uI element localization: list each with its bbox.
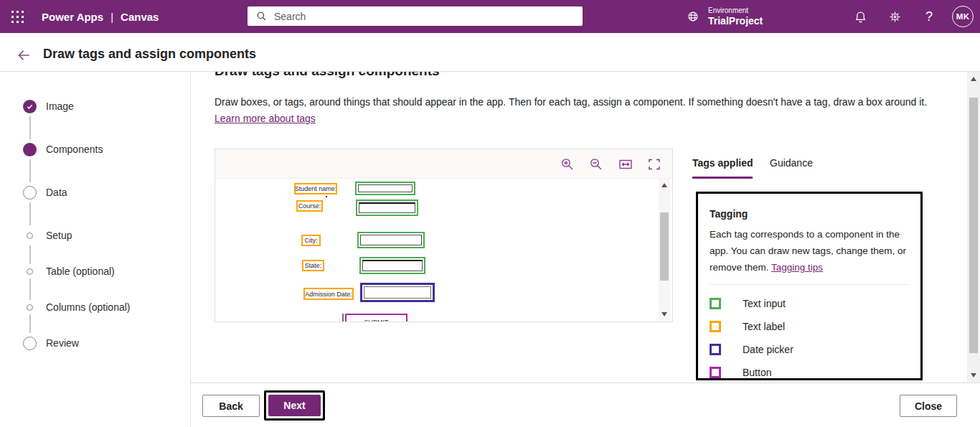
step-label: Review	[46, 337, 79, 349]
step-upcoming-icon	[23, 337, 37, 350]
fit-width-button[interactable]	[618, 157, 633, 172]
zoom-in-button[interactable]	[560, 157, 575, 172]
tag-text-input-student-name[interactable]	[355, 182, 415, 195]
legend-label: Date picker	[743, 344, 793, 355]
brand-section: Canvas	[121, 11, 159, 23]
page-vertical-scrollbar[interactable]	[967, 72, 980, 383]
canvas-image-viewport	[215, 179, 672, 322]
step-label: Components	[46, 144, 103, 155]
step-label: Table (optional)	[46, 266, 115, 277]
help-button[interactable]: ?	[916, 0, 942, 33]
step-completed-icon	[23, 100, 37, 113]
page-scrollbar-thumb[interactable]	[969, 98, 978, 353]
account-avatar[interactable]: MK	[952, 6, 974, 27]
stepper-connector	[29, 245, 31, 264]
environment-globe-icon	[687, 10, 699, 23]
step-upcoming-small-icon	[27, 304, 33, 311]
legend-item-text-label: Text label	[710, 315, 909, 338]
scrolled-heading-clipped: Draw tags and assign components	[215, 72, 717, 80]
back-button[interactable]: Back	[202, 395, 260, 417]
gear-icon	[888, 10, 902, 24]
tagging-tips-link[interactable]: Tagging tips	[771, 262, 823, 273]
callout-body: Each tag corresponds to a component in t…	[710, 226, 909, 276]
wizard-stepper-sidebar: Image Components Data Setup Table (optio…	[0, 72, 191, 427]
tag-text-label-course[interactable]: Course:	[296, 200, 323, 212]
top-app-bar: Power Apps | Canvas Environment TrialPro…	[0, 0, 980, 33]
tag-text-input-city[interactable]	[357, 232, 425, 248]
tab-guidance[interactable]: Guidance	[770, 157, 813, 169]
fit-screen-button[interactable]	[647, 157, 661, 172]
tag-date-picker-admission-date[interactable]	[360, 283, 435, 302]
legend-item-button: Button	[710, 361, 909, 384]
content-heading: Draw tags and assign components	[215, 72, 717, 79]
active-tab-indicator	[692, 177, 753, 179]
avatar-initials: MK	[956, 12, 970, 21]
tagging-teaching-callout: Tagging Each tag corresponds to a compon…	[696, 192, 923, 380]
scroll-up-arrow-icon[interactable]	[661, 183, 667, 187]
search-input[interactable]	[274, 11, 561, 22]
image-input-rect	[362, 260, 423, 271]
stepper-connector	[29, 116, 31, 139]
zoom-out-button[interactable]	[589, 157, 603, 172]
search-icon	[256, 11, 267, 22]
legend-label: Text input	[743, 298, 786, 309]
brand-name: Power Apps	[42, 11, 103, 23]
notifications-button[interactable]	[847, 0, 873, 33]
tag-button-submit[interactable]: SUBMIT	[345, 314, 407, 322]
tag-text-input-state[interactable]	[359, 257, 425, 274]
image-input-rect	[359, 202, 415, 213]
app-launcher-button[interactable]	[0, 0, 34, 33]
tag-text-label-admission-date[interactable]: Admission Date:	[303, 288, 354, 300]
form-label: City:	[305, 237, 318, 244]
back-arrow-button[interactable]	[16, 47, 32, 63]
global-search[interactable]	[248, 6, 583, 26]
waffle-icon	[11, 11, 14, 13]
submit-button-text: SUBMIT	[347, 315, 406, 322]
canvas-toolbar	[215, 149, 672, 179]
legend-item-text-input: Text input	[710, 292, 909, 315]
tag-text-input-course[interactable]	[356, 200, 418, 216]
date-picker-color-swatch	[710, 344, 721, 355]
close-button[interactable]: Close	[900, 395, 957, 417]
canvas-scrollbar-thumb[interactable]	[660, 212, 669, 281]
canvas-vertical-scrollbar[interactable]	[659, 179, 670, 321]
zoom-in-icon	[560, 157, 575, 172]
scroll-down-arrow-icon[interactable]	[971, 373, 976, 377]
environment-label: Environment	[708, 6, 763, 15]
legend-label: Text label	[743, 321, 785, 332]
stepper-connector	[29, 202, 31, 225]
legend-item-date-picker: Date picker	[710, 338, 909, 361]
scroll-down-arrow-icon[interactable]	[661, 312, 667, 316]
scroll-up-arrow-icon[interactable]	[971, 77, 976, 81]
learn-more-link[interactable]: Learn more about tags	[215, 113, 316, 124]
settings-button[interactable]	[882, 0, 908, 33]
power-apps-wizard-page: Power Apps | Canvas Environment TrialPro…	[0, 0, 980, 427]
image-dot-artifact	[326, 196, 327, 197]
step-label: Data	[46, 187, 67, 198]
tagging-canvas: Student name: Course: City: State: Admi	[215, 149, 673, 322]
tab-tags-applied[interactable]: Tags applied	[692, 157, 753, 169]
tag-text-label-state[interactable]: State:	[302, 260, 324, 271]
callout-title: Tagging	[710, 208, 909, 220]
step-upcoming-icon	[23, 186, 37, 200]
next-button[interactable]: Next	[268, 395, 321, 416]
step-upcoming-small-icon	[27, 268, 33, 275]
form-label: Student name:	[295, 185, 337, 192]
stepper-connector	[29, 159, 31, 182]
back-arrow-icon	[16, 47, 32, 63]
text-input-color-swatch	[710, 298, 721, 309]
step-label: Columns (optional)	[46, 301, 131, 313]
callout-divider	[710, 284, 909, 285]
environment-name: TrialProject	[708, 15, 763, 27]
legend-label: Button	[743, 367, 771, 378]
environment-picker[interactable]: Environment TrialProject	[687, 0, 763, 33]
checkmark-icon	[26, 103, 34, 111]
tag-text-label-student-name[interactable]: Student name:	[294, 183, 337, 194]
bell-icon	[854, 10, 867, 24]
tag-text-label-city[interactable]: City:	[301, 235, 321, 246]
stepper-connector	[29, 314, 31, 333]
stepper-connector	[29, 278, 31, 300]
fit-screen-icon	[647, 157, 661, 172]
step-label: Image	[46, 100, 74, 112]
wizard-footer: Back Next Close	[191, 383, 980, 427]
